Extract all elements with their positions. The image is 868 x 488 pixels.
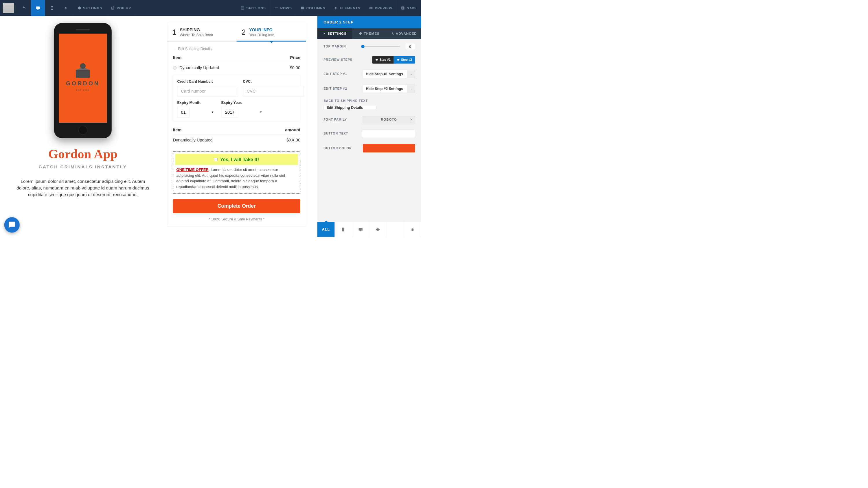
credit-card-box: Credit Card Number: CVC: Expiry Month:01…: [173, 75, 300, 122]
top-margin-value[interactable]: 0: [405, 43, 415, 50]
footer-mobile-icon[interactable]: [335, 222, 352, 237]
product-column: GORDON EST 1986 Gordon App CATCH CRIMINA…: [1, 23, 164, 227]
tab-advanced[interactable]: ADVANCED: [386, 28, 421, 39]
panel-title: ORDER 2 STEP: [317, 16, 421, 28]
editor-canvas: GORDON EST 1986 Gordon App CATCH CRIMINA…: [0, 16, 317, 237]
elements-button[interactable]: ELEMENTS: [330, 0, 365, 16]
mobile-view-button[interactable]: [45, 0, 59, 16]
undo-button[interactable]: [17, 0, 31, 16]
columns-button[interactable]: COLUMNS: [296, 0, 330, 16]
radio-icon[interactable]: [173, 66, 177, 70]
edit-step2-select[interactable]: Hide Step #2 Settings: [363, 85, 407, 93]
remove-font-icon[interactable]: ✕: [410, 118, 413, 122]
font-family-tag[interactable]: ROBOTO✕: [363, 116, 415, 123]
footer-hash-icon[interactable]: [386, 222, 404, 237]
edit-step1-select[interactable]: Hide Step #1 Settings: [363, 70, 407, 78]
phone-mockup: GORDON EST 1986: [54, 23, 112, 138]
bump-checkbox-row[interactable]: Yes, I will Take It!: [175, 154, 298, 165]
phone-home-button: [79, 126, 87, 135]
phone-brand: GORDON: [66, 80, 99, 87]
tab-settings[interactable]: SETTINGS: [317, 28, 352, 39]
rows-button[interactable]: ROWS: [270, 0, 296, 16]
top-margin-slider[interactable]: [363, 46, 400, 47]
footer-desktop-icon[interactable]: [352, 222, 369, 237]
line-item-2: Dynamically Updated$XX.00: [173, 134, 300, 146]
save-button[interactable]: SAVE: [397, 0, 421, 16]
intercom-chat-button[interactable]: [4, 217, 20, 233]
step-1-tab[interactable]: 1 SHIPPINGWhere To Ship Book: [167, 23, 237, 42]
expiry-month-select[interactable]: 01: [177, 107, 189, 118]
preview-button[interactable]: PREVIEW: [365, 0, 397, 16]
button-text-input[interactable]: [362, 129, 415, 138]
footer-visibility-icon[interactable]: [369, 222, 386, 237]
product-title: Gordon App: [48, 147, 118, 161]
app-logo[interactable]: [3, 3, 14, 13]
chevron-down-icon[interactable]: ⌄: [407, 85, 415, 93]
line-item-1[interactable]: Dynamically Updated $0.00: [173, 62, 300, 74]
product-subtitle: CATCH CRIMINALS INSTANTLY: [39, 164, 127, 169]
popup-label: POP UP: [117, 6, 131, 10]
order-bump: Yes, I will Take It! ONE TIME OFFER: Lor…: [173, 152, 300, 194]
element-settings-panel: ORDER 2 STEP SETTINGS THEMES ADVANCED TO…: [317, 16, 421, 237]
edit-shipping-link[interactable]: ← Edit Shipping Details: [173, 46, 300, 51]
phone-logo-icon: [75, 65, 91, 78]
preview-step-1-button[interactable]: Step #1: [372, 56, 394, 64]
settings-label: SETTINGS: [83, 6, 102, 10]
bump-checkbox[interactable]: [214, 158, 218, 161]
step-2-tab[interactable]: 2 YOUR INFOYour Billing Info: [237, 23, 306, 42]
tab-themes[interactable]: THEMES: [352, 28, 386, 39]
preview-step-2-button[interactable]: Step #2: [394, 56, 415, 64]
settings-button[interactable]: SETTINGS: [73, 0, 106, 16]
card-number-input[interactable]: [177, 86, 238, 97]
secure-payment-text: * 100% Secure & Safe Payments *: [173, 217, 300, 221]
product-description: Lorem ipsum dolor sit amet, consectetur …: [14, 178, 152, 198]
bolt-icon[interactable]: [59, 0, 73, 16]
expiry-year-select[interactable]: 2017: [221, 107, 239, 118]
phone-est: EST 1986: [76, 89, 90, 91]
cvc-input[interactable]: [243, 86, 304, 97]
top-toolbar: SETTINGS POP UP SECTIONS ROWS COLUMNS EL…: [0, 0, 421, 16]
desktop-view-button[interactable]: [31, 0, 45, 16]
popup-button[interactable]: POP UP: [106, 0, 135, 16]
back-shipping-text-input[interactable]: [323, 105, 376, 110]
chevron-down-icon[interactable]: ⌄: [407, 70, 415, 78]
button-color-swatch[interactable]: [363, 144, 415, 153]
sections-button[interactable]: SECTIONS: [236, 0, 270, 16]
footer-all-button[interactable]: ALL: [317, 222, 335, 237]
order-form: 1 SHIPPINGWhere To Ship Book 2 YOUR INFO…: [167, 23, 306, 227]
footer-delete-icon[interactable]: [404, 222, 421, 237]
complete-order-button[interactable]: Complete Order: [173, 199, 300, 213]
panel-footer: ALL: [317, 222, 421, 237]
